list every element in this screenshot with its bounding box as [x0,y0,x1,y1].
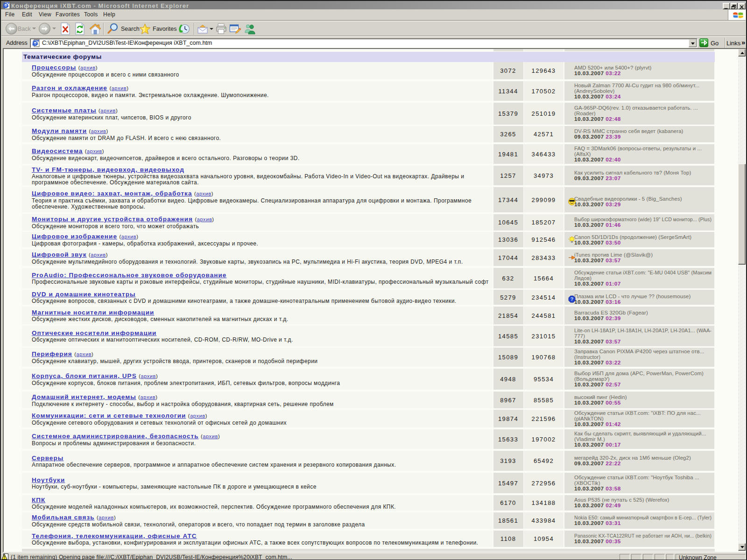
svg-text:?: ? [571,296,573,302]
